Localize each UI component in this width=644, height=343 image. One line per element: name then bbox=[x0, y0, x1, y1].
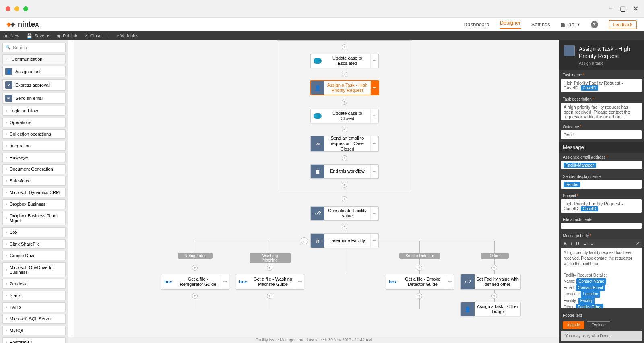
attachments-field[interactable] bbox=[561, 223, 642, 229]
add-node-button[interactable]: + bbox=[267, 293, 272, 299]
palette-item-send-email[interactable]: ✉Send an email bbox=[2, 93, 66, 104]
variable-tag[interactable]: CaseID bbox=[581, 85, 598, 91]
node-end-workflow[interactable]: ⏹ End this workflow ••• bbox=[310, 164, 379, 179]
node-menu-button[interactable]: ••• bbox=[370, 136, 378, 151]
node-update-case-closed[interactable]: Update case to Closed ••• bbox=[310, 109, 379, 123]
variable-tag[interactable]: Location bbox=[581, 291, 600, 298]
add-node-button[interactable]: + bbox=[192, 293, 198, 299]
category-citrix-sharefile[interactable]: ›Citrix ShareFile bbox=[2, 239, 66, 249]
category-twilio[interactable]: ›Twilio bbox=[2, 302, 66, 312]
sender-field[interactable]: Sender bbox=[561, 180, 642, 189]
node-assign-task-high-priority[interactable]: 👤 Assign a Task - High Priority Request … bbox=[310, 81, 379, 95]
node-send-email-case-closed[interactable]: ✉ Send an email to requestor - Case Clos… bbox=[310, 136, 379, 152]
task-name-field[interactable]: High Priority Facility Request - CaseID:… bbox=[561, 79, 642, 92]
node-menu-button[interactable]: ••• bbox=[370, 207, 378, 220]
nav-settings[interactable]: Settings bbox=[531, 21, 550, 27]
add-node-button[interactable]: + bbox=[491, 265, 497, 271]
node-menu-button[interactable]: ••• bbox=[221, 274, 229, 289]
node-menu-button[interactable]: ••• bbox=[296, 274, 304, 289]
bold-button[interactable]: B bbox=[564, 241, 567, 246]
save-button[interactable]: 💾 Save ▼ bbox=[27, 33, 50, 39]
underline-button[interactable]: U bbox=[576, 241, 579, 246]
node-menu-button[interactable]: ••• bbox=[370, 109, 378, 123]
close-icon[interactable]: ✕ bbox=[633, 5, 638, 12]
exclude-button[interactable]: Exclude bbox=[587, 321, 610, 329]
include-button[interactable]: Include bbox=[563, 321, 584, 329]
node-get-file-washing-machine[interactable]: box Get a file - Washing Machine Guide •… bbox=[236, 274, 304, 290]
node-menu-button[interactable]: ••• bbox=[370, 54, 378, 68]
category-microsoft-sql-server[interactable]: ›Microsoft SQL Server bbox=[2, 314, 66, 324]
node-update-case-escalated[interactable]: Update case to Escalated ••• bbox=[310, 54, 379, 68]
nav-designer[interactable]: Designer bbox=[500, 20, 521, 29]
variable-tag[interactable]: Facility Other bbox=[576, 304, 604, 308]
node-menu-button[interactable]: ••• bbox=[370, 81, 378, 95]
variable-tag[interactable]: Sender bbox=[564, 182, 580, 187]
node-consolidate-facility[interactable]: 𝑥·? Consolidate Facility value ••• bbox=[310, 206, 379, 221]
close-window-dot[interactable] bbox=[6, 6, 10, 11]
node-menu-button[interactable]: ••• bbox=[446, 274, 454, 289]
category-google-drive[interactable]: ›Google Drive bbox=[2, 251, 66, 260]
minimize-window-dot[interactable] bbox=[14, 6, 19, 11]
node-assign-task-other-triage[interactable]: 👤 Assign a task - Other Triage bbox=[460, 302, 521, 316]
category-postgresql[interactable]: ›PostgreSQL bbox=[2, 337, 66, 343]
add-node-button[interactable]: + bbox=[491, 293, 497, 299]
nav-dashboard[interactable]: Dashboard bbox=[464, 21, 489, 27]
category-hawkeye[interactable]: ›Hawkeye bbox=[2, 153, 66, 162]
node-get-file-refrigerator[interactable]: box Get a file - Refrigerator Guide ••• bbox=[161, 274, 229, 290]
category-integration[interactable]: ›Integration bbox=[2, 141, 66, 151]
task-description-field[interactable]: A high priority facility request has bee… bbox=[561, 103, 642, 120]
workflow-canvas[interactable]: + Update case to Escalated ••• + 👤 Assig… bbox=[74, 40, 559, 337]
category-dropbox-business-team-mgmt[interactable]: ›Dropbox Business Team Mgmt bbox=[2, 211, 66, 225]
maximize-icon[interactable]: ▢ bbox=[620, 5, 626, 12]
bullet-list-button[interactable]: ≣ bbox=[583, 241, 587, 246]
node-set-facility-other[interactable]: 𝑥·? Set Facility value with defined othe… bbox=[460, 274, 521, 290]
add-node-button[interactable]: + bbox=[342, 224, 347, 229]
category-logic-and-flow[interactable]: ›Logic and flow bbox=[2, 106, 66, 116]
add-node-button[interactable]: + bbox=[342, 182, 347, 188]
category-box[interactable]: ›Box bbox=[2, 227, 66, 237]
feedback-button[interactable]: Feedback bbox=[609, 20, 637, 29]
add-node-button[interactable]: + bbox=[417, 293, 422, 299]
close-button[interactable]: ✕ Close bbox=[85, 33, 101, 39]
palette-item-assign-task[interactable]: 👤Assign a task bbox=[2, 66, 66, 77]
add-node-button[interactable]: + bbox=[342, 99, 347, 105]
variable-tag[interactable]: CaseID bbox=[581, 206, 598, 211]
variable-tag[interactable]: Facility bbox=[578, 298, 595, 304]
maximize-window-dot[interactable] bbox=[23, 6, 28, 11]
add-node-button[interactable]: + bbox=[192, 265, 198, 271]
node-get-file-smoke-detector[interactable]: box Get a file - Smoke Detector Guide ••… bbox=[386, 274, 454, 290]
category-slack[interactable]: ›Slack bbox=[2, 291, 66, 300]
category-collection-operations[interactable]: ›Collection operations bbox=[2, 129, 66, 139]
palette-search[interactable]: 🔍 Search bbox=[2, 43, 66, 52]
variable-tag[interactable]: Contact Email bbox=[576, 285, 605, 291]
add-node-button[interactable]: + bbox=[342, 196, 347, 202]
help-icon[interactable]: ? bbox=[591, 21, 598, 28]
add-node-button[interactable]: + bbox=[342, 72, 347, 77]
add-node-button[interactable]: + bbox=[342, 44, 347, 50]
new-button[interactable]: ⊕ New bbox=[5, 33, 19, 39]
number-list-button[interactable]: ≡ bbox=[591, 241, 593, 246]
variable-tag[interactable]: FacilityManager bbox=[564, 163, 596, 168]
minimize-icon[interactable]: − bbox=[609, 5, 613, 12]
expand-icon[interactable]: ⤢ bbox=[636, 241, 639, 246]
variable-tag[interactable]: Contact Name bbox=[576, 278, 606, 285]
outcome-field[interactable]: Done bbox=[561, 130, 642, 139]
category-microsoft-onedrive-for-business[interactable]: ›Microsoft OneDrive for Business bbox=[2, 262, 66, 277]
add-node-button[interactable]: + bbox=[342, 155, 347, 161]
category-dropbox-business[interactable]: ›Dropbox Business bbox=[2, 199, 66, 209]
subject-field[interactable]: High Priority Facility Request - CaseID:… bbox=[561, 199, 642, 213]
category-document-generation[interactable]: ›Document Generation bbox=[2, 164, 66, 174]
add-node-button[interactable]: + bbox=[267, 265, 272, 271]
publish-button[interactable]: ◉ Publish bbox=[57, 33, 77, 39]
variables-button[interactable]: 𝑥 Variables bbox=[116, 33, 138, 39]
category-mysql[interactable]: ›MySQL bbox=[2, 326, 66, 335]
message-body-field[interactable]: A high priority facility request has bee… bbox=[561, 248, 642, 308]
category-communication[interactable]: ⌄ Communication bbox=[2, 54, 66, 64]
italic-button[interactable]: I bbox=[571, 241, 572, 246]
assignee-field[interactable]: FacilityManager bbox=[561, 161, 642, 169]
add-node-button[interactable]: + bbox=[417, 265, 422, 271]
nav-user[interactable]: Ian ▼ bbox=[561, 21, 580, 27]
category-salesforce[interactable]: ›Salesforce bbox=[2, 176, 66, 186]
category-zendesk[interactable]: ›Zendesk bbox=[2, 279, 66, 289]
node-menu-button[interactable]: ••• bbox=[370, 165, 378, 178]
